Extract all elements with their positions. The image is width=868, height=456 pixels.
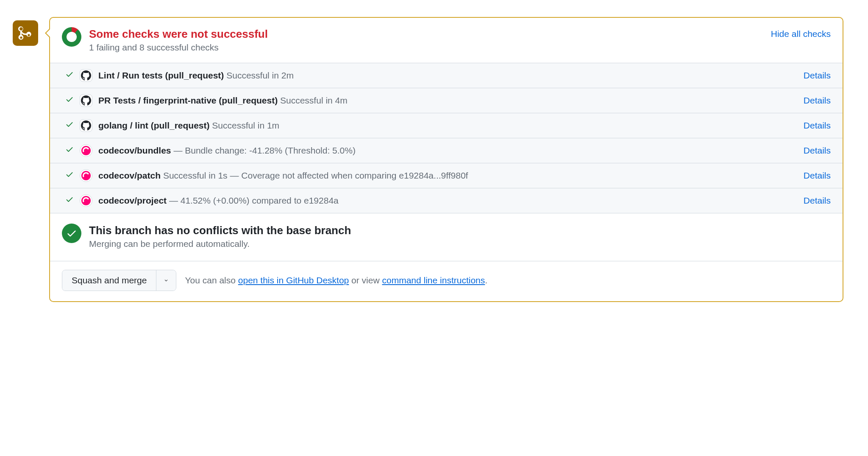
check-row: codecov/project — 41.52% (+0.00%) compar…	[50, 188, 843, 213]
check-name: Lint / Run tests (pull_request)	[98, 70, 224, 80]
merge-panel: Some checks were not successful 1 failin…	[49, 17, 843, 302]
check-details-link[interactable]: Details	[804, 171, 831, 181]
check-name: golang / lint (pull_request)	[98, 120, 210, 130]
check-meta: — Bundle change: -41.28% (Threshold: 5.0…	[171, 145, 356, 155]
merge-ok-icon	[62, 224, 81, 243]
codecov-icon	[80, 144, 92, 157]
footer-post-text: .	[485, 275, 487, 285]
check-label: codecov/patch Successful in 1s — Coverag…	[98, 170, 798, 181]
caret-down-icon	[163, 277, 169, 283]
check-success-icon	[65, 120, 74, 131]
codecov-icon	[80, 194, 92, 207]
merge-status-title: This branch has no conflicts with the ba…	[89, 224, 351, 238]
timeline-merge-badge	[13, 20, 38, 46]
checks-list: Lint / Run tests (pull_request) Successf…	[50, 63, 843, 213]
hide-all-checks-link[interactable]: Hide all checks	[771, 29, 831, 39]
check-details-link[interactable]: Details	[804, 70, 831, 81]
check-success-icon	[65, 170, 74, 181]
check-details-link[interactable]: Details	[804, 120, 831, 131]
merge-footer: Squash and merge You can also open this …	[50, 261, 843, 301]
check-label: PR Tests / fingerprint-native (pull_requ…	[98, 95, 798, 106]
check-label: codecov/project — 41.52% (+0.00%) compar…	[98, 195, 798, 206]
check-meta: Successful in 2m	[224, 70, 294, 80]
checks-status-title: Some checks were not successful	[89, 27, 763, 42]
merge-method-dropdown-button[interactable]	[156, 270, 176, 291]
footer-mid-text: or view	[349, 275, 382, 285]
check-row: codecov/bundles — Bundle change: -41.28%…	[50, 138, 843, 163]
check-meta: — 41.52% (+0.00%) compared to e19284a	[167, 196, 339, 205]
merge-footer-text: You can also open this in GitHub Desktop…	[185, 275, 487, 285]
checks-status-header: Some checks were not successful 1 failin…	[50, 18, 843, 63]
merge-button-group: Squash and merge	[62, 270, 176, 291]
merge-status-subtitle: Merging can be performed automatically.	[89, 239, 351, 249]
github-icon	[80, 69, 92, 82]
check-name: PR Tests / fingerprint-native (pull_requ…	[98, 95, 278, 105]
open-in-github-desktop-link[interactable]: open this in GitHub Desktop	[238, 275, 349, 285]
checks-status-subtitle: 1 failing and 8 successful checks	[89, 42, 763, 53]
github-icon	[80, 94, 92, 107]
check-details-link[interactable]: Details	[804, 145, 831, 156]
check-success-icon	[65, 195, 74, 206]
check-row: golang / lint (pull_request) Successful …	[50, 113, 843, 138]
checks-donut-icon	[62, 27, 81, 47]
check-row: PR Tests / fingerprint-native (pull_requ…	[50, 88, 843, 113]
git-merge-icon	[18, 26, 33, 40]
check-row: codecov/patch Successful in 1s — Coverag…	[50, 163, 843, 188]
check-details-link[interactable]: Details	[804, 196, 831, 206]
check-icon	[66, 228, 77, 239]
check-success-icon	[65, 145, 74, 156]
footer-pre-text: You can also	[185, 275, 238, 285]
command-line-instructions-link[interactable]: command line instructions	[382, 275, 485, 285]
check-name: codecov/bundles	[98, 145, 171, 155]
merge-status-section: This branch has no conflicts with the ba…	[50, 213, 843, 261]
check-meta: Successful in 1m	[210, 120, 280, 130]
check-label: codecov/bundles — Bundle change: -41.28%…	[98, 145, 798, 156]
check-meta: Successful in 1s — Coverage not affected…	[161, 171, 468, 180]
check-label: Lint / Run tests (pull_request) Successf…	[98, 70, 798, 81]
github-icon	[80, 119, 92, 132]
check-label: golang / lint (pull_request) Successful …	[98, 120, 798, 131]
check-success-icon	[65, 95, 74, 106]
check-success-icon	[65, 70, 74, 81]
check-meta: Successful in 4m	[278, 95, 348, 105]
codecov-icon	[80, 169, 92, 182]
check-name: codecov/patch	[98, 171, 161, 180]
squash-and-merge-button[interactable]: Squash and merge	[62, 270, 156, 291]
check-details-link[interactable]: Details	[804, 95, 831, 106]
check-row: Lint / Run tests (pull_request) Successf…	[50, 63, 843, 88]
check-name: codecov/project	[98, 196, 167, 205]
